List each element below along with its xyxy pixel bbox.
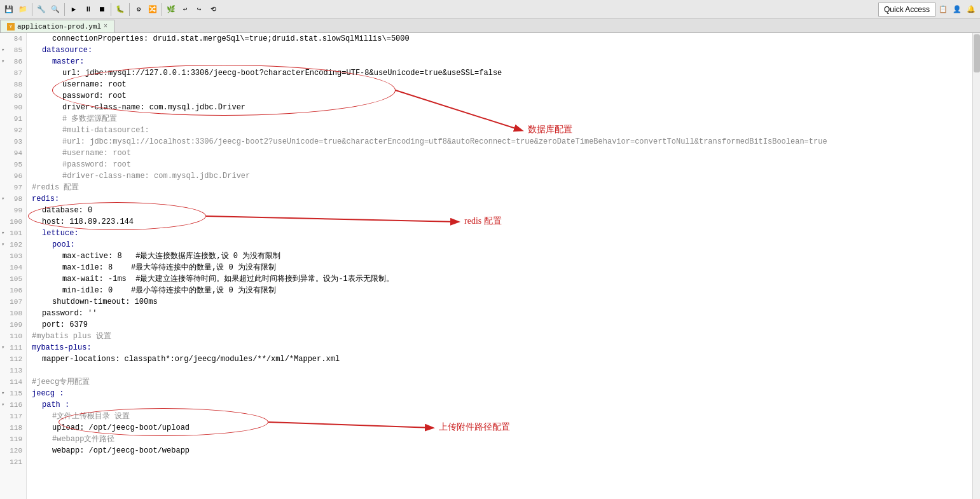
vertical-scrollbar[interactable] (972, 33, 980, 499)
line-number-102: ▾102 (0, 239, 26, 250)
code-line-104: max-idle: 8 #最大等待连接中的数量,设 0 为没有限制 (27, 262, 972, 273)
tab-close-button[interactable]: × (104, 23, 107, 30)
line-number-110: 110 (0, 331, 26, 342)
line-number-108: 108 (0, 308, 26, 319)
code-line-91: # 多数据源配置 (27, 113, 972, 125)
toolbar-icon-1[interactable]: 💾 (3, 3, 15, 16)
toolbar-icon-9[interactable]: ⚙ (132, 3, 145, 16)
code-line-107: shutdown-timeout: 100ms (27, 296, 972, 308)
code-line-111: mybatis-plus: (27, 342, 972, 353)
code-line-94: #username: root (27, 147, 972, 159)
toolbar-icon-2[interactable]: 📁 (17, 3, 29, 16)
toolbar-icon-12[interactable]: ↩ (179, 3, 191, 16)
line-number-95: 95 (0, 159, 26, 170)
line-number-104: 104 (0, 262, 26, 273)
line-number-96: 96 (0, 170, 26, 182)
code-line-93: #url: jdbc:mysql://localhost:3306/jeecg-… (27, 136, 972, 147)
code-line-95: #password: root (27, 159, 972, 170)
fold-icon-102[interactable]: ▾ (1, 239, 4, 250)
code-line-116: path : (27, 399, 972, 411)
fold-icon-101[interactable]: ▾ (1, 228, 4, 239)
line-number-113: 113 (0, 365, 26, 376)
toolbar-sep-1 (32, 3, 32, 16)
toolbar-sep-2 (64, 3, 65, 16)
fold-icon-115[interactable]: ▾ (1, 388, 4, 399)
line-number-121: 121 (0, 456, 26, 468)
code-line-121 (27, 456, 972, 468)
line-number-92: 92 (0, 125, 26, 136)
line-number-100: 100 (0, 216, 26, 228)
fold-icon-111[interactable]: ▾ (1, 342, 4, 353)
fold-icon-86[interactable]: ▾ (1, 56, 4, 67)
line-number-93: 93 (0, 136, 26, 147)
code-line-86: master: (27, 56, 972, 67)
line-number-116: ▾116 (0, 399, 26, 411)
code-area[interactable]: connectionProperties: druid.stat.mergeSq… (27, 33, 972, 499)
line-number-85: ▾85 (0, 44, 26, 56)
toolbar-icon-15[interactable]: 📋 (937, 3, 949, 16)
code-line-92: #multi-datasource1: (27, 125, 972, 136)
line-number-87: 87 (0, 67, 26, 79)
tabbar: Y application-prod.yml × (0, 19, 980, 33)
toolbar-icon-8[interactable]: 🐛 (114, 3, 127, 16)
code-line-118: upload: /opt/jeecg-boot/upload (27, 422, 972, 434)
code-line-90: driver-class-name: com.mysql.jdbc.Driver (27, 102, 972, 113)
code-line-110: #mybatis plus 设置 (27, 331, 972, 342)
tab-filename: application-prod.yml (17, 23, 101, 31)
line-number-117: 117 (0, 411, 26, 422)
toolbar-icon-14[interactable]: ⟲ (207, 3, 219, 16)
code-line-113 (27, 365, 972, 376)
line-number-99: 99 (0, 205, 26, 216)
toolbar-icon-5[interactable]: ▶ (67, 3, 80, 16)
code-line-109: port: 6379 (27, 319, 972, 331)
toolbar-icon-4[interactable]: 🔍 (49, 3, 62, 16)
toolbar-icon-7[interactable]: ⏹ (95, 3, 108, 16)
fold-icon-85[interactable]: ▾ (1, 44, 4, 56)
fold-icon-116[interactable]: ▾ (1, 399, 4, 411)
line-number-94: 94 (0, 147, 26, 159)
code-line-101: lettuce: (27, 228, 972, 239)
toolbar-sep-3 (111, 3, 111, 16)
code-line-85: datasource: (27, 44, 972, 56)
line-number-111: ▾111 (0, 342, 26, 353)
toolbar: 💾 📁 🔧 🔍 ▶ ⏸ ⏹ 🐛 ⚙ 🔀 🌿 ↩ ↪ ⟲ Quick Access… (0, 0, 980, 19)
toolbar-icon-3[interactable]: 🔧 (35, 3, 48, 16)
code-line-100: host: 118.89.223.144 (27, 216, 972, 228)
code-line-106: min-idle: 0 #最小等待连接中的数量,设 0 为没有限制 (27, 285, 972, 296)
toolbar-icon-16[interactable]: 👤 (951, 3, 963, 16)
line-number-119: 119 (0, 434, 26, 445)
editor-container: 84▾85▾868788899091929394959697▾9899100▾1… (0, 33, 980, 499)
yaml-icon: Y (7, 23, 15, 31)
quick-access-button[interactable]: Quick Access (878, 3, 935, 17)
toolbar-icon-6[interactable]: ⏸ (81, 3, 94, 16)
fold-icon-98[interactable]: ▾ (1, 193, 4, 205)
line-number-90: 90 (0, 102, 26, 113)
line-number-120: 120 (0, 445, 26, 456)
toolbar-icon-10[interactable]: 🔀 (146, 3, 159, 16)
code-line-114: #jeecg专用配置 (27, 376, 972, 388)
line-number-97: 97 (0, 182, 26, 193)
line-number-107: 107 (0, 296, 26, 308)
code-line-89: password: root (27, 90, 972, 102)
code-line-117: #文件上传根目录 设置 (27, 411, 972, 422)
line-number-105: 105 (0, 273, 26, 285)
code-line-97: #redis 配置 (27, 182, 972, 193)
code-line-98: redis: (27, 193, 972, 205)
code-line-103: max-active: 8 #最大连接数据库连接数,设 0 为没有限制 (27, 250, 972, 262)
toolbar-icon-11[interactable]: 🌿 (165, 3, 177, 16)
code-line-84: connectionProperties: druid.stat.mergeSq… (27, 33, 972, 44)
code-line-120: webapp: /opt/jeecg-boot/webapp (27, 445, 972, 456)
code-line-115: jeecg : (27, 388, 972, 399)
line-number-114: 114 (0, 376, 26, 388)
code-line-87: url: jdbc:mysql://127.0.0.1:3306/jeecg-b… (27, 67, 972, 79)
code-line-119: #webapp文件路径 (27, 434, 972, 445)
line-number-103: 103 (0, 250, 26, 262)
line-number-109: 109 (0, 319, 26, 331)
editor-tab[interactable]: Y application-prod.yml × (0, 20, 114, 32)
toolbar-icon-17[interactable]: 🔔 (965, 3, 977, 16)
vertical-scrollbar-thumb[interactable] (974, 34, 980, 72)
line-number-88: 88 (0, 79, 26, 90)
toolbar-icon-13[interactable]: ↪ (193, 3, 205, 16)
code-line-99: database: 0 (27, 205, 972, 216)
line-number-118: 118 (0, 422, 26, 434)
